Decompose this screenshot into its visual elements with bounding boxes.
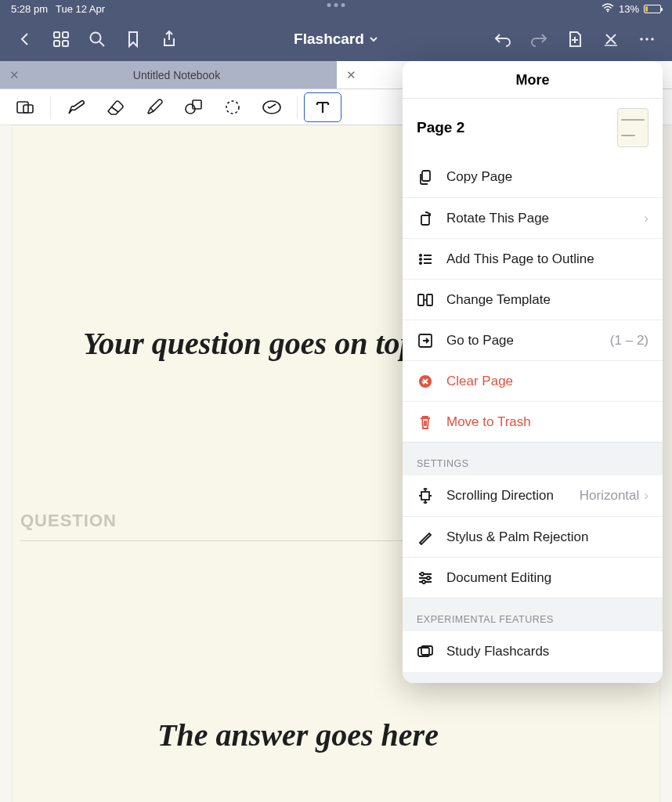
svg-rect-9 (17, 102, 28, 113)
tab-untitled[interactable]: ✕ Untitled Notebook (0, 61, 337, 89)
svg-point-25 (421, 573, 424, 576)
menu-move-trash[interactable]: Move to Trash (403, 401, 663, 442)
menu-rotate-page[interactable]: Rotate This Page › (403, 197, 663, 238)
menu-scrolling-direction[interactable]: Scrolling Direction Horizontal › (403, 475, 663, 516)
menu-label: Clear Page (446, 374, 513, 389)
search-button[interactable] (81, 23, 113, 55)
menu-label: Go to Page (446, 333, 514, 349)
tab-close-icon[interactable]: ✕ (346, 68, 356, 82)
separator (297, 96, 298, 118)
status-bar: 5:28 pm Tue 12 Apr 13% (0, 0, 672, 17)
eraser-tool[interactable] (96, 92, 134, 122)
flashcards-icon (417, 643, 434, 660)
share-button[interactable] (154, 23, 185, 55)
svg-rect-24 (421, 492, 429, 500)
nav-bar: Flashcard (0, 17, 672, 61)
tab-close-icon[interactable]: ✕ (9, 68, 20, 82)
menu-study-flashcards[interactable]: Study Flashcards (403, 631, 663, 672)
svg-point-13 (226, 101, 239, 114)
menu-label: Study Flashcards (446, 644, 549, 659)
svg-rect-2 (63, 32, 68, 38)
scroll-icon (417, 487, 434, 504)
shapes-tool[interactable] (175, 92, 212, 122)
answer-text[interactable]: The answer goes here (157, 717, 439, 753)
menu-label: Stylus & Palm Rejection (446, 529, 588, 545)
trash-icon (417, 414, 434, 431)
document-title-button[interactable]: Flashcard (185, 31, 487, 48)
menu-label: Document Editing (446, 570, 551, 586)
sliders-icon (417, 569, 434, 587)
question-text[interactable]: Your question goes on top (83, 325, 416, 362)
more-popover: More Page 2 Copy Page Rotate This Page ›… (403, 61, 663, 683)
settings-section-label: SETTINGS (403, 442, 663, 475)
menu-label: Copy Page (446, 169, 512, 185)
stylus-icon (417, 529, 434, 546)
clear-icon (417, 373, 434, 390)
menu-change-template[interactable]: Change Template (403, 279, 663, 320)
svg-rect-1 (54, 32, 60, 38)
redo-button[interactable] (523, 23, 555, 55)
back-button[interactable] (9, 23, 41, 55)
menu-label: Add This Page to Outline (446, 251, 594, 267)
menu-clear-page[interactable]: Clear Page (403, 360, 663, 401)
experimental-section-label: EXPERIMENTAL FEATURES (403, 598, 663, 631)
menu-label: Rotate This Page (446, 211, 549, 226)
goto-range: (1 – 2) (610, 333, 649, 349)
svg-point-8 (651, 38, 654, 41)
bookmark-button[interactable] (117, 23, 149, 55)
svg-point-19 (420, 262, 421, 263)
undo-button[interactable] (487, 23, 518, 55)
template-icon (417, 291, 434, 309)
svg-point-18 (420, 258, 421, 259)
battery-icon (644, 5, 661, 13)
svg-point-7 (645, 38, 649, 41)
page-thumbnail[interactable] (617, 108, 649, 147)
popover-title: More (403, 61, 663, 99)
tab-label: Untitled Notebook (26, 69, 327, 81)
outline-icon (417, 251, 434, 268)
highlighter-tool[interactable] (135, 92, 173, 122)
status-time: 5:28 pm (11, 3, 48, 15)
zoom-tool[interactable] (6, 92, 44, 122)
separator (50, 96, 51, 118)
svg-rect-15 (422, 171, 430, 181)
multitask-indicator[interactable] (327, 3, 345, 7)
menu-add-outline[interactable]: Add This Page to Outline (403, 238, 663, 279)
svg-point-5 (91, 33, 101, 43)
grid-button[interactable] (45, 23, 77, 55)
svg-rect-4 (63, 41, 68, 46)
svg-point-26 (427, 576, 430, 580)
svg-point-6 (640, 38, 643, 41)
wifi-icon (602, 3, 614, 15)
text-tool[interactable] (304, 92, 341, 122)
pen-tool[interactable] (57, 92, 95, 122)
goto-icon (417, 332, 434, 349)
svg-rect-3 (54, 41, 60, 46)
svg-point-27 (422, 580, 425, 583)
svg-rect-21 (427, 294, 432, 305)
document-title: Flashcard (294, 31, 364, 48)
menu-stylus-palm[interactable]: Stylus & Palm Rejection (403, 516, 663, 557)
svg-point-17 (420, 254, 421, 255)
svg-rect-20 (418, 294, 424, 305)
lasso-tool[interactable] (214, 92, 251, 122)
menu-copy-page[interactable]: Copy Page (403, 157, 663, 197)
chevron-right-icon: › (644, 211, 649, 226)
page-info-row: Page 2 (403, 99, 663, 157)
menu-label: Scrolling Direction (446, 488, 554, 504)
rotate-icon (417, 210, 434, 227)
menu-goto-page[interactable]: Go to Page (1 – 2) (403, 320, 663, 360)
battery-percent: 13% (619, 3, 639, 15)
svg-rect-16 (421, 215, 429, 225)
close-editing-button[interactable] (595, 23, 627, 55)
svg-rect-12 (193, 100, 201, 109)
sticker-tool[interactable] (253, 92, 291, 122)
more-button[interactable] (631, 23, 663, 55)
page-label: Page 2 (417, 119, 464, 136)
add-page-button[interactable] (559, 23, 591, 55)
scroll-value: Horizontal › (580, 488, 649, 504)
menu-label: Move to Trash (446, 414, 531, 430)
chevron-down-icon (369, 34, 378, 44)
menu-label: Change Template (446, 292, 551, 308)
menu-document-editing[interactable]: Document Editing (403, 557, 663, 598)
